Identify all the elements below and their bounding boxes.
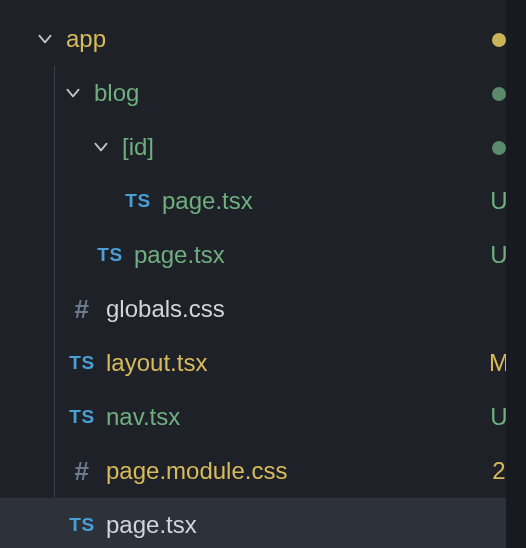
tree-row[interactable]: TSpage.tsxU	[0, 228, 526, 282]
typescript-icon: TS	[92, 244, 128, 266]
tree-row[interactable]: TSlayout.tsxM	[0, 336, 526, 390]
css-icon: #	[64, 456, 100, 487]
tree-row[interactable]: #page.module.css2	[0, 444, 526, 498]
status-dot-icon	[492, 141, 506, 155]
file-label: page.tsx	[162, 187, 472, 215]
file-label: nav.tsx	[106, 403, 472, 431]
file-label: page.tsx	[134, 241, 472, 269]
folder-label: app	[66, 25, 472, 53]
file-label: layout.tsx	[106, 349, 472, 377]
typescript-icon: TS	[64, 514, 100, 536]
file-label: globals.css	[106, 295, 472, 323]
css-icon: #	[64, 294, 100, 325]
typescript-icon: TS	[64, 406, 100, 428]
file-label: page.module.css	[106, 457, 472, 485]
tree-row[interactable]: TSpage.tsxU	[0, 174, 526, 228]
chevron-down-icon[interactable]	[64, 84, 82, 102]
chevron-down-icon[interactable]	[36, 30, 54, 48]
tree-row[interactable]: blog	[0, 66, 526, 120]
tree-row[interactable]: [id]	[0, 120, 526, 174]
file-label: page.tsx	[106, 511, 472, 539]
scrollbar-track[interactable]	[506, 0, 526, 548]
tree-row[interactable]: #globals.css	[0, 282, 526, 336]
typescript-icon: TS	[64, 352, 100, 374]
tree-row[interactable]: TSpage.tsx	[0, 498, 526, 548]
folder-label: blog	[94, 79, 472, 107]
tree-row[interactable]: app	[0, 12, 526, 66]
tree-row[interactable]: TSnav.tsxU	[0, 390, 526, 444]
status-dot-icon	[492, 33, 506, 47]
status-dot-icon	[492, 87, 506, 101]
file-tree: appblog[id]TSpage.tsxUTSpage.tsxU#global…	[0, 0, 526, 548]
folder-label: [id]	[122, 133, 472, 161]
chevron-down-icon[interactable]	[92, 138, 110, 156]
typescript-icon: TS	[120, 190, 156, 212]
